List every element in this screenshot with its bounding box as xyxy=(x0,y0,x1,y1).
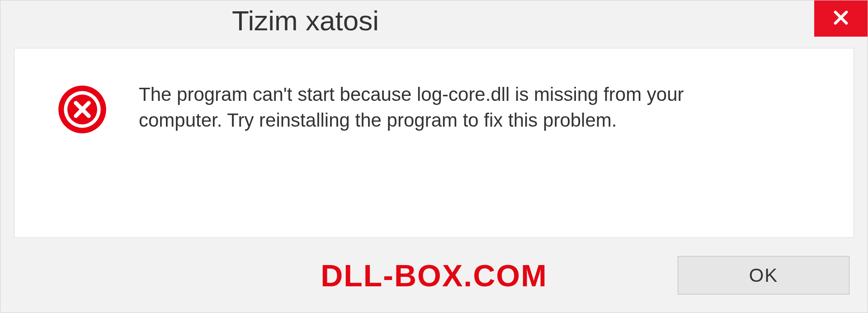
close-icon xyxy=(831,8,850,29)
dialog-title: Tizim xatosi xyxy=(0,0,379,38)
titlebar: Tizim xatosi xyxy=(0,0,868,43)
dialog-footer: DLL-BOX.COM OK xyxy=(0,238,868,313)
error-message: The program can't start because log-core… xyxy=(139,80,772,133)
error-icon xyxy=(57,85,107,134)
ok-button-label: OK xyxy=(749,265,778,286)
close-button[interactable] xyxy=(814,0,868,37)
watermark-text: DLL-BOX.COM xyxy=(321,258,547,293)
ok-button[interactable]: OK xyxy=(678,256,849,294)
content-panel: The program can't start because log-core… xyxy=(14,48,854,238)
error-dialog: Tizim xatosi The program can't start bec… xyxy=(0,0,868,313)
